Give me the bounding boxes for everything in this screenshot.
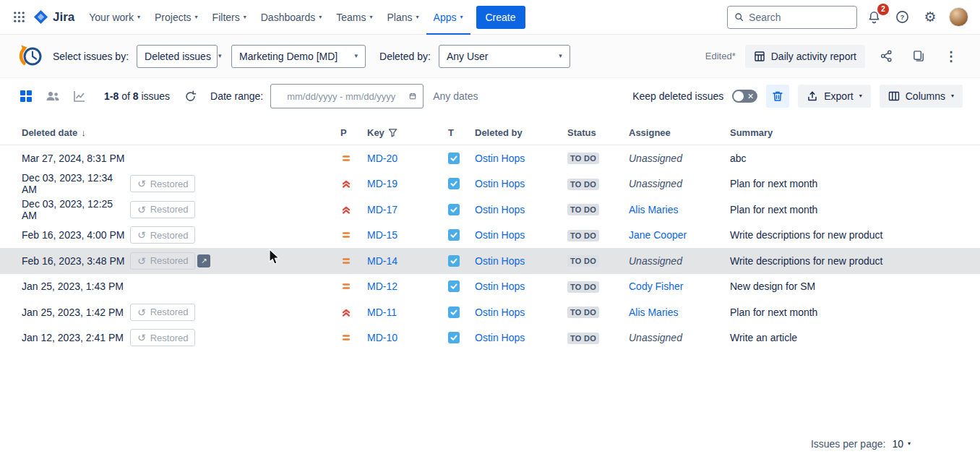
deleted-by-link[interactable]: Ostin Hops — [475, 229, 525, 241]
export-button[interactable]: Export ▾ — [798, 85, 870, 108]
toolbar-right-group: Edited* Daily activity report ⋮ — [705, 45, 963, 68]
notifications-button[interactable]: 2 — [862, 6, 885, 29]
issue-key-link[interactable]: MD-12 — [367, 280, 397, 292]
deleted-by-cell: Ostin Hops — [475, 255, 567, 267]
date-range-field[interactable] — [270, 84, 424, 108]
key-cell: MD-11 — [367, 307, 448, 318]
share-button[interactable] — [874, 45, 898, 68]
table-row[interactable]: Jan 25, 2023, 1:43 PM MD-12 Ostin Hops T… — [0, 274, 980, 300]
issue-key-link[interactable]: MD-14 — [367, 255, 397, 267]
table-row[interactable]: Dec 03, 2023, 12:25 AM ↺ Restored MD-17 … — [0, 197, 980, 223]
app-switcher-button[interactable] — [7, 6, 30, 29]
priority-highest-icon — [340, 307, 352, 318]
assignee[interactable]: Unassigned — [629, 178, 682, 189]
export-page-button[interactable] — [907, 45, 930, 68]
assignee[interactable]: Cody Fisher — [629, 280, 683, 292]
chevron-down-icon: ▾ — [370, 14, 373, 20]
refresh-button[interactable] — [181, 87, 199, 105]
nav-item-label: Projects — [155, 12, 192, 23]
users-view-button[interactable] — [44, 87, 61, 105]
nav-item-plans[interactable]: Plans▾ — [380, 0, 426, 35]
table-row[interactable]: Jan 25, 2023, 1:42 PM ↺ Restored MD-11 O… — [0, 299, 980, 325]
global-search[interactable] — [727, 6, 857, 29]
issue-key-link[interactable]: MD-11 — [367, 307, 397, 318]
filter-bar: 1-8 of 8 issues Date range: Any dates Ke… — [0, 78, 980, 114]
nav-item-your-work[interactable]: Your work▾ — [82, 0, 147, 35]
nav-item-projects[interactable]: Projects▾ — [147, 0, 205, 35]
restored-chip: ↺ Restored — [130, 175, 195, 192]
restored-chip: ↺ Restored — [130, 329, 195, 346]
issue-source-value: Deleted issues — [145, 51, 211, 62]
assignee[interactable]: Unassigned — [629, 255, 682, 267]
summary: New design for SM — [730, 280, 971, 292]
header-deleted-by[interactable]: Deleted by — [475, 127, 567, 138]
assignee[interactable]: Alis Maries — [629, 204, 678, 215]
assignee-cell: Alis Maries — [629, 204, 730, 215]
open-issue-button[interactable]: ↗ — [197, 254, 210, 267]
priority-cell — [340, 307, 367, 318]
chart-view-button[interactable] — [71, 87, 88, 105]
issue-key-link[interactable]: MD-20 — [367, 153, 397, 164]
nav-item-apps[interactable]: Apps▾ — [426, 0, 470, 35]
jira-logo[interactable]: Jira — [30, 9, 82, 25]
header-key[interactable]: Key — [367, 127, 448, 138]
issues-per-page-select[interactable]: 10 ▾ — [892, 438, 911, 450]
issue-key-link[interactable]: MD-19 — [367, 178, 397, 189]
table-row[interactable]: Feb 16, 2023, 3:48 PM ↺ Restored ↗ MD-14… — [0, 248, 980, 274]
assignee-cell: Unassigned — [629, 178, 730, 189]
settings-button[interactable]: ⚙ — [919, 6, 942, 29]
deleted-by-link[interactable]: Ostin Hops — [475, 255, 525, 267]
header-deleted-date[interactable]: Deleted date↓ — [22, 127, 130, 138]
deleted-by-cell: Ostin Hops — [475, 280, 567, 292]
keep-deleted-toggle[interactable]: ✕ — [732, 90, 757, 103]
profile-button[interactable] — [947, 6, 970, 29]
assignee[interactable]: Alis Maries — [629, 307, 678, 318]
deleted-by-link[interactable]: Ostin Hops — [475, 178, 525, 189]
deleted-by-link[interactable]: Ostin Hops — [475, 204, 525, 215]
header-type[interactable]: T — [448, 127, 475, 138]
header-assignee[interactable]: Assignee — [629, 127, 730, 138]
date-range-input[interactable] — [278, 91, 405, 102]
key-cell: MD-17 — [367, 204, 448, 215]
more-actions-button[interactable]: ⋮ — [940, 45, 963, 68]
search-input[interactable] — [749, 12, 850, 23]
table-row[interactable]: Feb 16, 2023, 4:00 PM ↺ Restored MD-15 O… — [0, 223, 980, 249]
restore-icon: ↺ — [137, 333, 146, 343]
header-status[interactable]: Status — [567, 127, 629, 138]
chevron-down-icon: ▾ — [244, 14, 246, 20]
nav-item-teams[interactable]: Teams▾ — [329, 0, 379, 35]
notification-badge: 2 — [877, 4, 889, 15]
task-type-icon — [448, 332, 460, 343]
issue-key-link[interactable]: MD-15 — [367, 229, 397, 241]
assignee[interactable]: Jane Cooper — [629, 229, 687, 241]
assignee[interactable]: Unassigned — [629, 153, 682, 164]
deleted-by-select[interactable]: Any User ▾ — [439, 45, 570, 68]
daily-activity-report-button[interactable]: Daily activity report — [745, 45, 865, 68]
deleted-by-link[interactable]: Ostin Hops — [475, 280, 525, 292]
columns-button[interactable]: Columns ▾ — [880, 85, 963, 108]
deleted-by-link[interactable]: Ostin Hops — [475, 332, 525, 343]
table-row[interactable]: Dec 03, 2023, 12:34 AM ↺ Restored MD-19 … — [0, 171, 980, 197]
table-row[interactable]: Mar 27, 2024, 8:31 PM MD-20 Ostin Hops T… — [0, 145, 980, 171]
issue-key-link[interactable]: MD-10 — [367, 332, 397, 343]
grid-view-button[interactable] — [17, 87, 35, 105]
toggle-knob — [734, 91, 744, 101]
deleted-by-link[interactable]: Ostin Hops — [475, 307, 525, 318]
help-button[interactable]: ? — [890, 6, 914, 29]
create-button[interactable]: Create — [476, 6, 525, 29]
trash-icon — [771, 90, 784, 103]
issue-source-select[interactable]: Deleted issues ▾ — [137, 45, 218, 68]
nav-item-dashboards[interactable]: Dashboards▾ — [254, 0, 330, 35]
assignee-cell: Unassigned — [629, 255, 730, 267]
project-select[interactable]: Marketing Demo [MD] ▾ — [231, 45, 366, 68]
table-row[interactable]: Jan 12, 2023, 2:41 PM ↺ Restored MD-10 O… — [0, 325, 980, 351]
nav-item-filters[interactable]: Filters▾ — [205, 0, 254, 35]
issue-key-link[interactable]: MD-17 — [367, 204, 397, 215]
deleted-by-link[interactable]: Ostin Hops — [475, 153, 525, 164]
assignee[interactable]: Unassigned — [629, 332, 682, 343]
header-summary[interactable]: Summary — [730, 127, 971, 138]
type-cell — [448, 332, 475, 343]
deleted-date-cell: Feb 16, 2023, 3:48 PM — [22, 255, 130, 267]
delete-button[interactable] — [766, 85, 789, 108]
header-priority[interactable]: P — [340, 127, 367, 138]
